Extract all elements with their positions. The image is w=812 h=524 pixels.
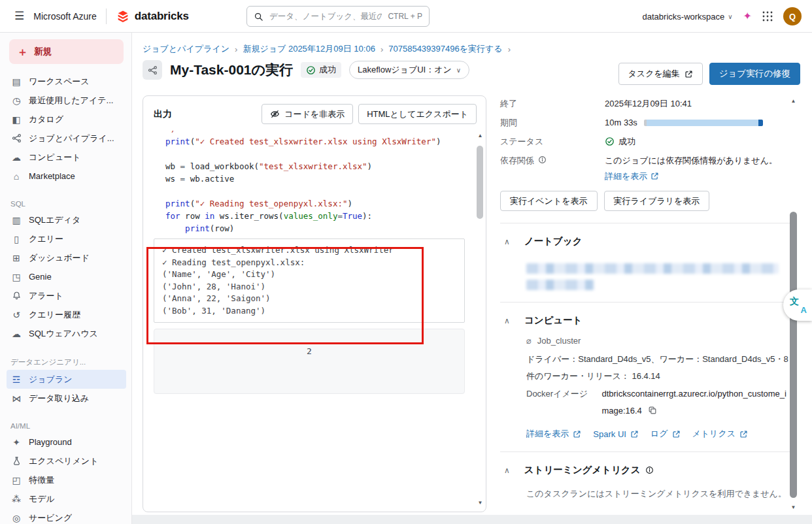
avatar[interactable]: Q: [783, 7, 802, 25]
collapse-chevron-icon[interactable]: ∧: [504, 316, 510, 325]
global-search[interactable]: CTRL + P: [246, 6, 430, 27]
lakeflow-toggle[interactable]: LakeflowジョブUI：オン ∨: [349, 61, 469, 79]
scrollbar-thumb[interactable]: [477, 146, 483, 219]
search-input[interactable]: [268, 11, 383, 22]
compute-links: 詳細を表示Spark UIログメトリクス: [500, 428, 790, 440]
azure-label: Microsoft Azure: [33, 11, 96, 22]
compute-section-header: ∧ コンピュート: [500, 314, 790, 327]
menu-icon[interactable]: ☰: [14, 10, 24, 22]
sidebar-item-queries[interactable]: ▯ クエリー: [7, 229, 126, 248]
edit-task-button[interactable]: タスクを編集: [618, 63, 703, 85]
external-link-icon: [573, 430, 581, 438]
status-label: ステータス: [500, 135, 605, 148]
sidebar-item-genie[interactable]: ◳ Genie: [7, 267, 126, 286]
compute-link[interactable]: Spark UI: [593, 428, 639, 440]
sidebar-item-sql-editor[interactable]: ▥ SQLエディタ: [7, 210, 126, 229]
apps-grid-icon[interactable]: [762, 11, 773, 22]
details-link[interactable]: 詳細を表示: [605, 169, 659, 183]
sidebar-item-compute[interactable]: ☁ コンピュート: [7, 148, 126, 167]
sidebar-item-ingestion[interactable]: ⋈ データ取り込み: [7, 389, 126, 408]
job-runs-icon: ☲: [10, 375, 22, 384]
sidebar-item-history[interactable]: ↺ クエリー履歴: [7, 305, 126, 324]
sidebar-item-label: ジョブラン: [29, 374, 73, 385]
run-details-panel: 終了 2025年12月09日 10:41 期間 10m 33s ステータス: [500, 97, 790, 500]
workspace-picker[interactable]: databricks-workspace ∨: [643, 12, 733, 22]
redacted-text-line: [526, 263, 779, 274]
ended-label: 終了: [500, 97, 605, 110]
sidebar-item-label: データ取り込み: [29, 393, 89, 404]
sidebar-item-warehouse[interactable]: ☁ SQLウェアハウス: [7, 324, 126, 343]
duration-value: 10m 33s: [605, 116, 637, 129]
job-icon: [143, 60, 162, 80]
cell-2[interactable]: 2: [154, 329, 465, 394]
detail-row-status: ステータス 成功: [500, 135, 790, 148]
sidebar-item-catalog[interactable]: ◧ カタログ: [7, 110, 126, 129]
sidebar-item-playground[interactable]: ✦ Playground: [7, 433, 126, 451]
sidebar-item-serving[interactable]: ◎ サービング: [7, 508, 126, 524]
sidebar-item-label: Marketplace: [29, 171, 75, 181]
compute-link[interactable]: 詳細を表示: [526, 428, 581, 440]
assistant-sparkle-icon[interactable]: ✦: [743, 11, 752, 22]
external-link-icon: [651, 172, 659, 180]
redacted-text-line: [526, 280, 594, 290]
external-link-icon: [672, 430, 681, 438]
output-scrollbar[interactable]: ▲ ▼: [476, 133, 484, 508]
sidebar-item-models[interactable]: ⁂ モデル: [7, 489, 126, 508]
sidebar-item-alerts[interactable]: アラート: [7, 286, 126, 305]
sidebar-item-workflows[interactable]: ジョブとパイプライ...: [7, 129, 126, 148]
sidebar-item-job-runs[interactable]: ☲ ジョブラン: [7, 370, 126, 389]
hide-code-button[interactable]: コードを非表示: [262, 104, 353, 124]
compute-link[interactable]: メトリクス: [692, 428, 749, 440]
sidebar-item-dashboards[interactable]: ⊞ ダッシュボード: [7, 248, 126, 267]
new-button[interactable]: ＋ 新規: [9, 39, 124, 64]
breadcrumb-link[interactable]: ジョブとパイプライン: [143, 43, 229, 55]
sidebar-item-marketplace[interactable]: ⌂ Marketplace: [7, 167, 126, 186]
hide-code-label: コードを非表示: [284, 108, 345, 120]
eye-slash-icon: [270, 109, 280, 119]
scroll-down-icon[interactable]: ▼: [478, 500, 483, 508]
compute-link[interactable]: ログ: [651, 428, 681, 440]
chevron-down-icon: ∨: [728, 13, 732, 20]
sidebar-item-recents[interactable]: ◷ 最近使用したアイテ...: [7, 91, 126, 110]
streaming-section-title: ストリーミングメトリクス: [524, 464, 641, 476]
code-line: print("✓ Reading test_openpyxl.xlsx:"): [165, 197, 464, 210]
show-run-libraries-button[interactable]: 実行ライブラリを表示: [604, 191, 710, 211]
status-badge-label: 成功: [319, 64, 336, 76]
compute-icon: ☁: [10, 153, 22, 162]
info-icon[interactable]: [645, 466, 654, 474]
sidebar-item-label: コンピュート: [29, 152, 81, 163]
sidebar-item-experiments[interactable]: エクスペリメント: [7, 451, 126, 470]
redacted-notebook-path: [526, 263, 790, 290]
docker-image-label: Dockerイメージ: [526, 385, 601, 419]
breadcrumb: ジョブとパイプライン›新規ジョブ 2025年12月09日 10:06›70758…: [143, 43, 511, 55]
repair-run-button[interactable]: ジョブ実行の修復: [709, 63, 800, 85]
show-run-events-button[interactable]: 実行イベントを表示: [500, 191, 598, 211]
divider: [500, 451, 790, 452]
scroll-up-icon[interactable]: ▲: [791, 98, 796, 106]
breadcrumb-link[interactable]: 新規ジョブ 2025年12月09日 10:06: [243, 43, 375, 55]
databricks-logo[interactable]: databricks: [116, 9, 189, 24]
repair-run-label: ジョブ実行の修復: [719, 68, 790, 80]
copy-icon[interactable]: [648, 406, 657, 415]
details-link-label: 詳細を表示: [605, 169, 647, 183]
breadcrumb-link[interactable]: 707585439397496を実行する: [388, 43, 502, 55]
scroll-down-icon[interactable]: ▼: [791, 504, 796, 512]
sidebar-section-label: AI/ML: [1, 418, 131, 433]
sidebar-item-label: ダッシュボード: [29, 252, 90, 264]
scroll-up-icon[interactable]: ▲: [478, 133, 483, 140]
translate-button[interactable]: 文A: [783, 289, 812, 321]
collapse-chevron-icon[interactable]: ∧: [504, 466, 510, 475]
sidebar-item-workspace[interactable]: ▤ ワークスペース: [7, 72, 126, 91]
cell-output: ✓ Created test_xlsxwriter.xlsx using Xls…: [154, 238, 465, 323]
sidebar-item-features[interactable]: ◰ 特徴量: [7, 470, 126, 489]
collapse-chevron-icon[interactable]: ∧: [504, 237, 510, 246]
scrollbar-track[interactable]: [476, 140, 484, 500]
sql-editor-icon: ▥: [10, 216, 22, 225]
info-icon[interactable]: [538, 156, 547, 164]
scrollbar-thumb[interactable]: [790, 212, 797, 498]
experiments-icon: [10, 456, 22, 466]
code-editor[interactable]: ")print("✓ Created test_xlsxwriter.xlsx …: [154, 131, 464, 235]
export-html-button[interactable]: HTMLとしてエクスポート: [358, 104, 477, 124]
compute-section-body: ⌀ Job_cluster ドライバー：Standard_D4ds_v5、ワーカ…: [500, 336, 790, 419]
breadcrumb-separator: ›: [235, 44, 237, 54]
